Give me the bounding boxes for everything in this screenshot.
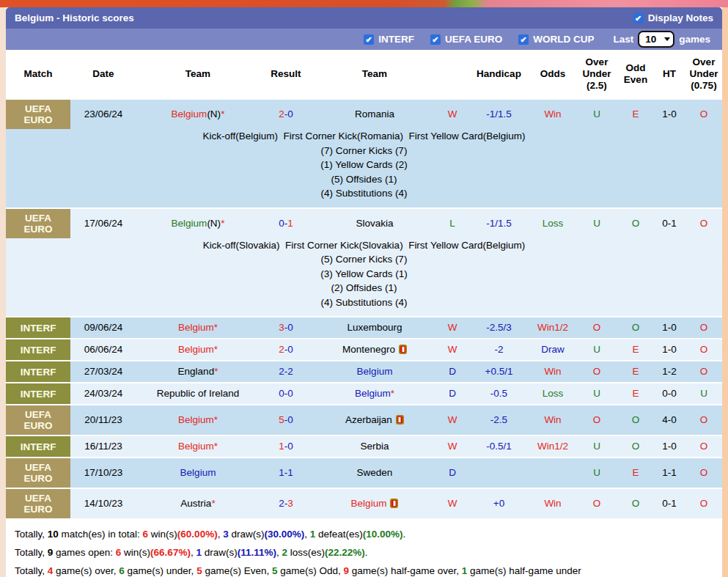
competition-badge: UEFA EURO — [6, 457, 70, 488]
odds-result: Win — [530, 488, 576, 518]
handicap-value: -2 — [468, 339, 530, 361]
away-team-name: Belgium — [355, 388, 391, 399]
handicap-value: -0.5 — [468, 383, 530, 405]
away-score: 0 — [287, 414, 293, 425]
match-date: 14/10/23 — [70, 488, 136, 518]
competition-badge: UEFA EURO — [6, 99, 70, 129]
away-team: Belgium — [312, 361, 437, 383]
column-header-ht: HT — [653, 50, 685, 99]
away-score: 0 — [287, 322, 293, 333]
away-score: 1 — [287, 218, 293, 229]
outcome-letter: D — [437, 383, 468, 405]
column-header-date: Date — [70, 50, 136, 99]
match-notes: Kick-off(Belgium) First Corner Kick(Roma… — [6, 129, 722, 208]
home-team-name: Belgium — [178, 414, 214, 425]
odd-even: E — [618, 383, 653, 405]
summary-segment: defeat(es) — [315, 529, 363, 540]
summary-segment: game(s) half-game over, — [349, 565, 462, 576]
table-row: INTERF06/06/24Belgium*2-0MontenegroW-2Dr… — [6, 339, 722, 361]
display-notes-toggle[interactable]: Display Notes — [633, 12, 713, 23]
neutral-venue-note: (N) — [207, 109, 221, 120]
summary-segment: (22.22%) — [325, 547, 365, 558]
home-score: 1 — [279, 467, 284, 478]
summary-segment: games open: — [53, 547, 116, 558]
star-marker: * — [211, 498, 215, 509]
over-under-075: O — [685, 405, 722, 435]
page-title: Belgium - Historic scores — [15, 12, 134, 23]
interf-checkbox-icon[interactable] — [364, 34, 374, 45]
over-under-25: O — [576, 488, 618, 518]
match-note-line: Kick-off(Belgium) First Corner Kick(Roma… — [6, 129, 722, 144]
summary-segment: (11.11%) — [238, 547, 276, 558]
odds-result: Loss — [530, 208, 576, 238]
match-note-line: (7) Corner Kicks (7) — [6, 144, 722, 158]
home-team-name: Belgium — [172, 109, 207, 120]
summary-segment: , — [304, 529, 310, 540]
handicap-value: -0.5/1 — [468, 435, 530, 457]
result-score: 3-0 — [260, 317, 312, 339]
table-row: UEFA EURO23/06/24Belgium(N)*2-0RomaniaW-… — [6, 99, 722, 129]
filter-uefa-euro[interactable]: UEFA EURO — [430, 34, 502, 45]
match-note-line: (4) Substitutions (4) — [6, 186, 722, 201]
odd-even: E — [618, 339, 653, 361]
over-under-075: O — [685, 457, 722, 488]
home-team: Republic of Ireland — [136, 383, 260, 405]
world-cup-checkbox-icon[interactable] — [518, 34, 529, 45]
filters-toolbar: INTERF UEFA EURO WORLD CUP Last 10 games — [6, 29, 722, 50]
away-score: 3 — [287, 498, 293, 509]
column-header-result: Result — [260, 50, 312, 99]
summary-segment: (30.00%) — [264, 529, 304, 540]
home-score: 5 — [279, 414, 284, 425]
odds-result — [530, 457, 576, 488]
away-team-name: Belgium — [351, 498, 387, 509]
uefa-euro-checkbox-icon[interactable] — [430, 34, 441, 45]
panel-title-bar: Belgium - Historic scores Display Notes — [6, 7, 722, 29]
odd-even: E — [618, 457, 653, 488]
summary-line: Totally, 10 match(es) in total: 6 win(s)… — [15, 529, 713, 540]
home-team-name: Belgium — [180, 467, 216, 478]
scores-table: Match Date Team Result Team Handicap Odd… — [6, 50, 722, 518]
summary-segment: 9 — [343, 565, 349, 576]
historic-scores-panel: Belgium - Historic scores Display Notes … — [6, 7, 722, 577]
red-card-icon — [399, 345, 407, 354]
games-count-select[interactable]: 10 — [638, 31, 674, 48]
odds-result: Win — [530, 361, 576, 383]
summary-segment: game(s) half-game under — [467, 565, 581, 576]
home-score: 2 — [279, 498, 284, 509]
star-marker: * — [214, 414, 218, 425]
match-date: 27/03/24 — [70, 361, 136, 383]
home-team: Belgium* — [136, 339, 260, 361]
display-notes-checkbox-icon[interactable] — [633, 13, 644, 23]
away-team-name: Slovakia — [356, 218, 393, 229]
odd-even: O — [618, 317, 653, 339]
away-team: Montenegro — [312, 339, 437, 361]
odds-result: Loss — [530, 383, 576, 405]
column-header-away-team: Team — [312, 50, 437, 99]
summary-segment: , — [276, 547, 282, 558]
home-score: 1 — [279, 441, 284, 452]
home-team-name: Belgium — [178, 322, 214, 333]
column-header-over-under-075: Over Under (0.75) — [685, 50, 722, 99]
summary-segment: win(s) — [121, 547, 150, 558]
match-note-line: (4) Substitutions (4) — [6, 295, 722, 310]
over-under-075: O — [685, 208, 722, 238]
column-header-match: Match — [6, 50, 70, 99]
away-team: Luxembourg — [312, 317, 437, 339]
competition-badge: UEFA EURO — [6, 208, 70, 238]
filter-interf[interactable]: INTERF — [364, 34, 414, 45]
filter-world-cup[interactable]: WORLD CUP — [518, 34, 594, 45]
match-notes-row: Kick-off(Slovakia) First Corner Kick(Slo… — [6, 238, 722, 317]
table-header-row: Match Date Team Result Team Handicap Odd… — [6, 50, 722, 99]
half-time-score: 0-1 — [653, 208, 685, 238]
odds-result: Draw — [530, 339, 576, 361]
games-count-select-wrap: 10 — [638, 31, 674, 48]
summary-segment: loss(es) — [287, 547, 325, 558]
over-under-25: O — [576, 317, 618, 339]
summary-segment: 6 — [119, 565, 125, 576]
totals-summary: Totally, 10 match(es) in total: 6 win(s)… — [6, 518, 722, 577]
match-notes: Kick-off(Slovakia) First Corner Kick(Slo… — [6, 238, 722, 317]
away-score: 1 — [287, 467, 293, 478]
summary-segment: draw(s) — [202, 547, 238, 558]
away-team-name: Romania — [355, 109, 394, 120]
over-under-075: O — [685, 488, 722, 518]
